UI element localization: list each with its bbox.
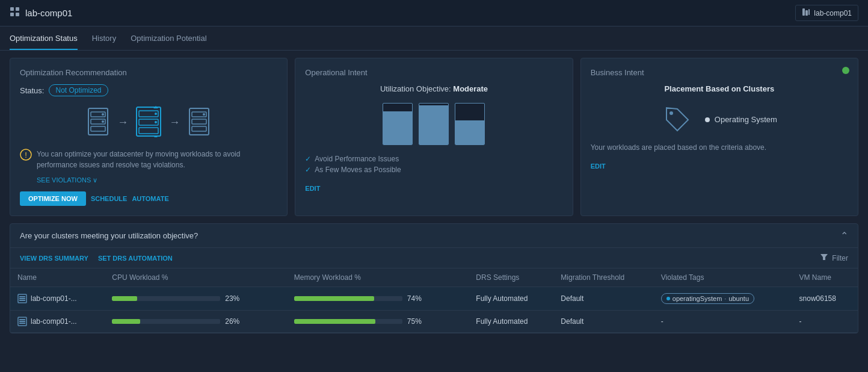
tab-history[interactable]: History xyxy=(92,28,116,50)
cell-drs-0: Fully Automated xyxy=(469,287,553,311)
arrow-right-icon-2: → xyxy=(169,116,180,129)
collapse-button[interactable]: ⌃ xyxy=(840,230,848,241)
tab-optimization-status[interactable]: Optimization Status xyxy=(10,28,78,50)
business-intent-card: Business Intent Placement Based on Clust… xyxy=(580,58,858,216)
svg-point-23 xyxy=(203,113,205,116)
svg-point-26 xyxy=(669,111,673,115)
col-name: Name xyxy=(10,268,105,287)
svg-rect-5 xyxy=(805,10,808,16)
table-header-row: Name CPU Workload % Memory Workload % DR… xyxy=(10,268,858,287)
table-row[interactable]: lab-comp01-...23%74%Fully AutomatedDefau… xyxy=(10,287,858,311)
set-drs-automation-button[interactable]: SET DRS AUTOMATION xyxy=(98,255,173,262)
checklist: ✓ Avoid Performance Issues ✓ As Few Move… xyxy=(305,155,562,174)
col-tags: Violated Tags xyxy=(654,268,792,287)
svg-point-12 xyxy=(102,120,104,123)
svg-rect-2 xyxy=(10,13,14,16)
hint-row: ! You can optimize your datacenter by mo… xyxy=(20,149,277,184)
utilization-section: Are your clusters meeting your utilizati… xyxy=(10,223,858,333)
tab-bar: Optimization Status History Optimization… xyxy=(0,26,868,51)
cell-memory-0: 74% xyxy=(287,287,469,311)
migration-icons: → → xyxy=(20,106,277,139)
svg-rect-4 xyxy=(802,8,805,16)
filter-area: Filter xyxy=(820,253,848,263)
checkmark-icon-1: ✓ xyxy=(305,155,311,163)
mem-bar-bg xyxy=(294,319,402,324)
table-wrap: Name CPU Workload % Memory Workload % DR… xyxy=(10,268,858,333)
mem-bar-fill xyxy=(294,296,374,301)
tab-optimization-potential[interactable]: Optimization Potential xyxy=(131,28,206,50)
workloads-text: Your workloads are placed based on the c… xyxy=(591,143,848,152)
biz-intent-edit-link[interactable]: EDIT xyxy=(591,163,606,170)
svg-rect-21 xyxy=(192,119,206,124)
utilization-label: Utilization Objective: xyxy=(380,84,451,93)
cpu-bar-fill xyxy=(112,296,137,301)
cpu-bar-bg xyxy=(112,319,220,324)
mem-bar-fill xyxy=(294,319,375,324)
col-drs: DRS Settings xyxy=(469,268,553,287)
filter-icon xyxy=(820,253,828,263)
os-item: Operating System xyxy=(705,115,777,124)
cluster-bar-fill-2 xyxy=(419,105,448,144)
check-item-2: ✓ As Few Moves as Possible xyxy=(305,166,562,174)
svg-rect-22 xyxy=(192,126,206,131)
view-drs-summary-button[interactable]: VIEW DRS SUMMARY xyxy=(20,255,88,262)
clusters-table: Name CPU Workload % Memory Workload % DR… xyxy=(10,268,858,333)
cell-drs-1: Fully Automated xyxy=(469,311,553,333)
check-item-1: ✓ Avoid Performance Issues xyxy=(305,155,562,163)
cell-tags-1: - xyxy=(654,311,792,333)
cluster-bar-bg-2 xyxy=(419,103,449,145)
check-label-1: Avoid Performance Issues xyxy=(315,155,399,163)
cell-migration-1: Default xyxy=(553,311,653,333)
optimization-recommendation-card: Optimization Recommendation Status: Not … xyxy=(10,58,288,216)
oper-intent-edit-link[interactable]: EDIT xyxy=(305,185,320,192)
header-cluster-btn[interactable]: lab-comp01 xyxy=(795,5,858,21)
svg-rect-34 xyxy=(19,321,25,322)
automate-button[interactable]: AUTOMATE xyxy=(132,195,168,202)
section-title: Are your clusters meeting your utilizati… xyxy=(20,231,198,240)
checkmark-icon-2: ✓ xyxy=(305,166,311,174)
col-cpu: CPU Workload % xyxy=(105,268,287,287)
cell-name-0: lab-comp01-... xyxy=(10,287,105,311)
os-dot xyxy=(705,117,710,122)
header-btn-label: lab-comp01 xyxy=(814,9,852,17)
cell-cpu-0: 23% xyxy=(105,287,287,311)
utilization-value: Moderate xyxy=(453,84,488,93)
svg-rect-29 xyxy=(19,296,25,297)
cluster-icon xyxy=(802,8,810,18)
section-header: Are your clusters meeting your utilizati… xyxy=(10,224,858,248)
server-icon-left xyxy=(86,107,110,138)
cell-memory-1: 75% xyxy=(287,311,469,333)
svg-rect-10 xyxy=(91,126,105,131)
oper-intent-title: Operational Intent xyxy=(305,68,562,77)
cluster-bar-3 xyxy=(455,103,485,145)
svg-point-18 xyxy=(155,121,157,123)
svg-rect-33 xyxy=(19,319,25,320)
server-icon-right xyxy=(187,107,211,138)
svg-rect-6 xyxy=(808,9,810,15)
cluster-bar-fill-3 xyxy=(455,120,484,144)
tag-badge: operatingSystem · ubuntu xyxy=(661,293,754,304)
col-memory: Memory Workload % xyxy=(287,268,469,287)
app-header: lab-comp01 lab-comp01 xyxy=(0,0,868,26)
col-migration: Migration Threshold xyxy=(553,268,653,287)
mem-bar-bg xyxy=(294,296,402,301)
table-row[interactable]: lab-comp01-...26%75%Fully AutomatedDefau… xyxy=(10,311,858,333)
svg-rect-13 xyxy=(137,107,161,136)
action-buttons: OPTIMIZE NOW SCHEDULE AUTOMATE xyxy=(20,191,277,206)
see-violations-link[interactable]: SEE VIOLATIONS ∨ xyxy=(37,176,97,184)
svg-rect-1 xyxy=(16,7,19,11)
cell-vmname-1: - xyxy=(792,311,858,333)
grid-icon xyxy=(10,7,20,19)
toolbar: VIEW DRS SUMMARY SET DRS AUTOMATION Filt… xyxy=(10,248,858,268)
svg-rect-0 xyxy=(10,7,14,11)
optimize-now-button[interactable]: OPTIMIZE NOW xyxy=(20,191,86,206)
schedule-button[interactable]: SCHEDULE xyxy=(91,195,128,202)
main-content: Optimization Recommendation Status: Not … xyxy=(0,51,868,341)
svg-marker-27 xyxy=(820,254,828,260)
cpu-bar-fill xyxy=(112,319,140,324)
opt-rec-title: Optimization Recommendation xyxy=(20,68,277,77)
tag-icon xyxy=(662,103,693,136)
operational-intent-card: Operational Intent Utilization Objective… xyxy=(295,58,573,216)
cluster-bar-1 xyxy=(383,103,413,145)
svg-rect-35 xyxy=(19,323,25,324)
